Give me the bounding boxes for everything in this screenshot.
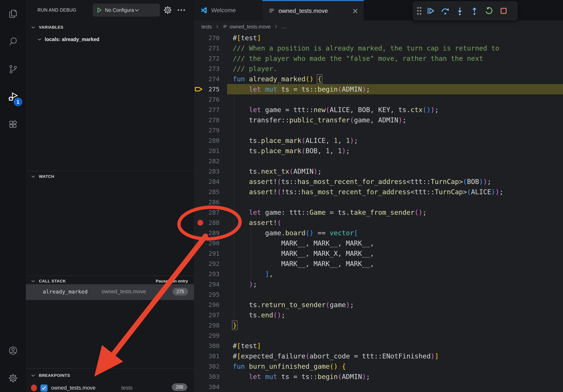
code-line-280[interactable]: 280 ts.place_mark(ALICE, 1, 1);	[194, 135, 563, 146]
code-line-271[interactable]: 271/// When a position is already marked…	[194, 43, 563, 53]
code-line-279[interactable]: 279	[194, 125, 563, 135]
code-line-294[interactable]: 294 );	[194, 279, 563, 289]
debug-configuration-dropdown[interactable]: No Configura	[93, 3, 160, 17]
code-line-285[interactable]: 285 assert!(!ts::has_most_recent_for_add…	[194, 187, 563, 197]
code-line-278[interactable]: 278 transfer::public_transfer(game, ADMI…	[194, 115, 563, 125]
code-line-273[interactable]: 273/// player.	[194, 64, 563, 74]
code-line-284[interactable]: 284 assert!(ts::has_most_recent_for_addr…	[194, 176, 563, 187]
breakpoint-list-item[interactable]: owned_tests.move tests 288	[26, 381, 194, 392]
start-debug-icon[interactable]	[95, 7, 102, 14]
line-number[interactable]: 284	[194, 176, 219, 187]
code-line-301[interactable]: 301#[expected_failure(abort_code = ttt::…	[194, 351, 563, 361]
line-number[interactable]: 279	[194, 125, 219, 135]
step-over-button[interactable]	[439, 4, 452, 18]
line-number[interactable]: 276	[194, 94, 219, 105]
sidebar-item-search[interactable]	[0, 28, 26, 55]
breadcrumb-item-tests[interactable]: tests	[201, 24, 212, 30]
code-line-272[interactable]: 272/// the player who made the "false" m…	[194, 53, 563, 64]
code-line-299[interactable]: 299	[194, 330, 563, 341]
code-line-304[interactable]: 304	[194, 382, 563, 392]
breakpoints-section-header[interactable]: BREAKPOINTS	[26, 370, 194, 380]
line-number[interactable]: 289	[194, 228, 219, 238]
line-number[interactable]: 285	[194, 187, 219, 197]
line-number[interactable]: 300	[194, 341, 219, 351]
code-line-302[interactable]: 302fun burn_unfinished_game() {	[194, 361, 563, 371]
code-line-293[interactable]: 293 ],	[194, 269, 563, 279]
tab-owned-tests-move[interactable]: owned_tests.move	[262, 0, 364, 21]
line-number[interactable]: 270	[194, 33, 219, 43]
line-number[interactable]: 301	[194, 351, 219, 361]
line-number[interactable]: 292	[194, 259, 219, 269]
code-line-276[interactable]: 276	[194, 94, 563, 105]
step-into-button[interactable]	[453, 4, 466, 18]
code-line-281[interactable]: 281 ts.place_mark(BOB, 1, 1);	[194, 146, 563, 156]
line-number[interactable]: 275	[194, 84, 219, 94]
line-number[interactable]: 283	[194, 166, 219, 176]
line-number[interactable]: 286	[194, 197, 219, 207]
code-area[interactable]: 270#[test]271/// When a position is alre…	[194, 33, 563, 392]
line-number[interactable]: 287	[194, 207, 219, 218]
code-line-292[interactable]: 292 MARK__, MARK__, MARK__,	[194, 259, 563, 269]
line-number[interactable]: 294	[194, 279, 219, 289]
line-number[interactable]: 280	[194, 135, 219, 146]
line-number[interactable]: 278	[194, 115, 219, 125]
line-number[interactable]: 304	[194, 382, 219, 392]
code-line-275[interactable]: 275 let mut ts = ts::begin(ADMIN);	[194, 84, 563, 94]
watch-section-header[interactable]: WATCH	[26, 171, 194, 182]
code-line-303[interactable]: 303 let mut ts = ts::begin(ADMIN);	[194, 371, 563, 382]
call-stack-frame-row[interactable]: already_marked owned_tests.move 275	[26, 284, 194, 300]
code-line-282[interactable]: 282	[194, 156, 563, 166]
line-number[interactable]: 298	[194, 320, 219, 330]
line-number[interactable]: 296	[194, 300, 219, 310]
code-line-287[interactable]: 287 let game: ttt::Game = ts.take_from_s…	[194, 207, 563, 218]
breadcrumb-item-file[interactable]: owned_tests.move	[230, 24, 271, 30]
line-number[interactable]: 293	[194, 269, 219, 279]
line-number[interactable]: 272	[194, 53, 219, 64]
code-line-274[interactable]: 274fun already_marked() {	[194, 74, 563, 84]
line-number[interactable]: 288	[194, 218, 219, 228]
sidebar-item-extensions[interactable]	[0, 111, 26, 138]
line-number[interactable]: 297	[194, 310, 219, 320]
line-number[interactable]: 274	[194, 74, 219, 84]
settings-button[interactable]	[0, 364, 26, 392]
line-number[interactable]: 299	[194, 330, 219, 341]
account-button[interactable]	[0, 337, 26, 364]
code-line-277[interactable]: 277 let game = ttt::new(ALICE, BOB, KEY,…	[194, 105, 563, 115]
views-more-actions-button[interactable]	[177, 7, 186, 13]
code-line-288[interactable]: 288 assert!(	[194, 218, 563, 228]
code-line-300[interactable]: 300#[test]	[194, 341, 563, 351]
step-out-button[interactable]	[468, 4, 481, 18]
variables-scope-locals[interactable]: locals: already_marked	[26, 34, 194, 44]
line-number[interactable]: 273	[194, 64, 219, 74]
line-number[interactable]: 291	[194, 248, 219, 259]
tab-welcome[interactable]: Welcome	[194, 0, 262, 21]
code-line-296[interactable]: 296 ts.return_to_sender(game);	[194, 300, 563, 310]
continue-button[interactable]	[424, 4, 437, 18]
breakpoint-enabled-checkbox[interactable]	[40, 384, 48, 392]
variables-section-header[interactable]: VARIABLES	[26, 22, 194, 32]
line-number[interactable]: 271	[194, 43, 219, 53]
code-line-291[interactable]: 291 MARK__, MARK_X, MARK__,	[194, 248, 563, 259]
code-line-297[interactable]: 297 ts.end();	[194, 310, 563, 320]
line-number[interactable]: 290	[194, 238, 219, 248]
drag-handle[interactable]	[416, 6, 422, 16]
breadcrumb-item-symbol[interactable]: …	[281, 24, 286, 30]
close-icon[interactable]	[352, 8, 359, 14]
code-line-289[interactable]: 289 game.board() == vector[	[194, 228, 563, 238]
line-number[interactable]: 303	[194, 371, 219, 382]
sidebar-item-source-control[interactable]	[0, 55, 26, 83]
code-line-283[interactable]: 283 ts.next_tx(ADMIN);	[194, 166, 563, 176]
restart-button[interactable]	[483, 4, 496, 18]
debug-settings-button[interactable]	[163, 5, 173, 15]
line-number[interactable]: 277	[194, 105, 219, 115]
stop-button[interactable]	[497, 4, 510, 18]
sidebar-item-run-and-debug[interactable]: 1	[0, 83, 26, 111]
sidebar-item-explorer[interactable]	[0, 0, 26, 28]
code-line-298[interactable]: 298}	[194, 320, 563, 330]
code-line-286[interactable]: 286	[194, 197, 563, 207]
code-line-295[interactable]: 295	[194, 289, 563, 300]
code-line-270[interactable]: 270#[test]	[194, 33, 563, 43]
line-number[interactable]: 302	[194, 361, 219, 371]
line-number[interactable]: 281	[194, 146, 219, 156]
code-line-290[interactable]: 290 MARK__, MARK__, MARK__,	[194, 238, 563, 248]
